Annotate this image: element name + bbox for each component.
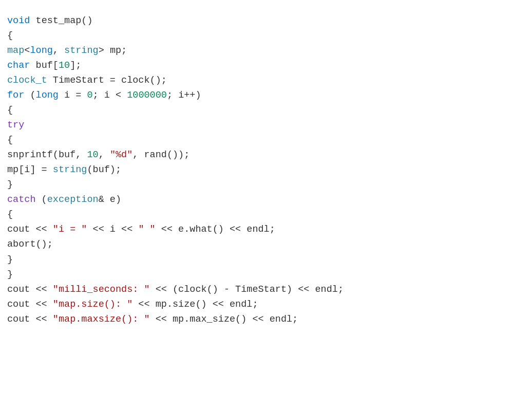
code-line: char buf[10]; xyxy=(7,58,532,73)
code-token: long xyxy=(30,45,52,56)
code-token: } xyxy=(7,269,13,280)
code-line: catch (exception& e) xyxy=(7,192,532,207)
code-token: ; i++) xyxy=(167,90,201,101)
code-token: "i = " xyxy=(53,224,87,235)
code-line: } xyxy=(7,252,532,267)
code-token: , rand()); xyxy=(132,150,189,160)
code-line: cout << "i = " << i << " " << e.what() <… xyxy=(7,222,532,237)
code-token: { xyxy=(7,135,13,145)
code-line: } xyxy=(7,177,532,192)
code-line: { xyxy=(7,207,532,222)
code-token: cout << xyxy=(7,314,53,325)
code-token: ]; xyxy=(70,60,81,71)
code-token: 10 xyxy=(87,150,98,160)
code-line: mp[i] = string(buf); xyxy=(7,162,532,177)
code-line: cout << "map.size(): " << mp.size() << e… xyxy=(7,297,532,312)
code-token: char xyxy=(7,60,30,71)
code-token: clock_t xyxy=(7,75,47,86)
code-token: < xyxy=(24,45,30,56)
code-token: 1000000 xyxy=(127,90,167,101)
code-line: } xyxy=(7,267,532,282)
code-token: > mp; xyxy=(99,45,127,56)
code-token: 10 xyxy=(59,60,70,71)
code-line: map<long, string> mp; xyxy=(7,43,532,58)
code-token: , xyxy=(99,150,110,160)
code-line: for (long i = 0; i < 1000000; i++) xyxy=(7,88,532,103)
code-token: string xyxy=(64,45,99,56)
code-token: abort(); xyxy=(7,239,53,250)
code-token: "map.size(): " xyxy=(53,299,132,310)
code-token: "%d" xyxy=(110,150,132,160)
code-token: void xyxy=(7,15,30,26)
code-token: << i << xyxy=(87,224,138,235)
code-line: void test_map() xyxy=(7,13,532,28)
code-token: exception xyxy=(47,194,99,205)
code-token: ( xyxy=(36,194,47,205)
code-token: cout << xyxy=(7,224,53,235)
code-token: cout << xyxy=(7,284,53,295)
code-token: cout << xyxy=(7,299,53,310)
code-container: void test_map(){ map<long, string> mp; c… xyxy=(0,5,532,409)
code-token: catch xyxy=(7,194,36,205)
code-token: i = xyxy=(59,90,87,101)
code-token: test_map() xyxy=(30,15,92,26)
code-token: " " xyxy=(138,224,155,235)
code-token: << e.what() << endl; xyxy=(156,224,275,235)
code-token: } xyxy=(7,254,13,265)
code-token: << mp.size() << endl; xyxy=(132,299,258,310)
code-block: void test_map(){ map<long, string> mp; c… xyxy=(7,13,532,327)
code-token: , xyxy=(53,45,64,56)
code-token: "map.maxsize(): " xyxy=(53,314,150,325)
code-line: { xyxy=(7,103,532,118)
code-token: ( xyxy=(24,90,35,101)
code-token: { xyxy=(7,30,13,41)
code-token: { xyxy=(7,105,13,116)
code-line: cout << "milli_seconds: " << (clock() - … xyxy=(7,282,532,297)
code-token: buf[ xyxy=(30,60,59,71)
code-token: (buf); xyxy=(87,164,121,175)
code-line: snprintf(buf, 10, "%d", rand()); xyxy=(7,147,532,162)
code-line: { xyxy=(7,133,532,147)
code-token: ; i < xyxy=(93,90,127,101)
code-token: map xyxy=(7,45,24,56)
code-line: try xyxy=(7,118,532,133)
code-token: & e) xyxy=(99,194,121,205)
code-token: string xyxy=(53,164,87,175)
code-line: cout << "map.maxsize(): " << mp.max_size… xyxy=(7,312,532,327)
code-line: clock_t TimeStart = clock(); xyxy=(7,73,532,88)
code-token: "milli_seconds: " xyxy=(53,284,150,295)
code-token: TimeStart = clock(); xyxy=(47,75,167,86)
code-token: { xyxy=(7,209,13,220)
code-token: } xyxy=(7,179,13,190)
code-token: << mp.max_size() << endl; xyxy=(150,314,298,325)
code-line: abort(); xyxy=(7,237,532,252)
code-line: { xyxy=(7,28,532,43)
code-token: 0 xyxy=(87,90,92,101)
code-token: << (clock() - TimeStart) << endl; xyxy=(150,284,344,295)
code-token: snprintf(buf, xyxy=(7,150,87,160)
code-token: long xyxy=(36,90,59,101)
code-token: try xyxy=(7,120,24,131)
code-token: for xyxy=(7,90,24,101)
code-token: mp[i] = xyxy=(7,164,53,175)
